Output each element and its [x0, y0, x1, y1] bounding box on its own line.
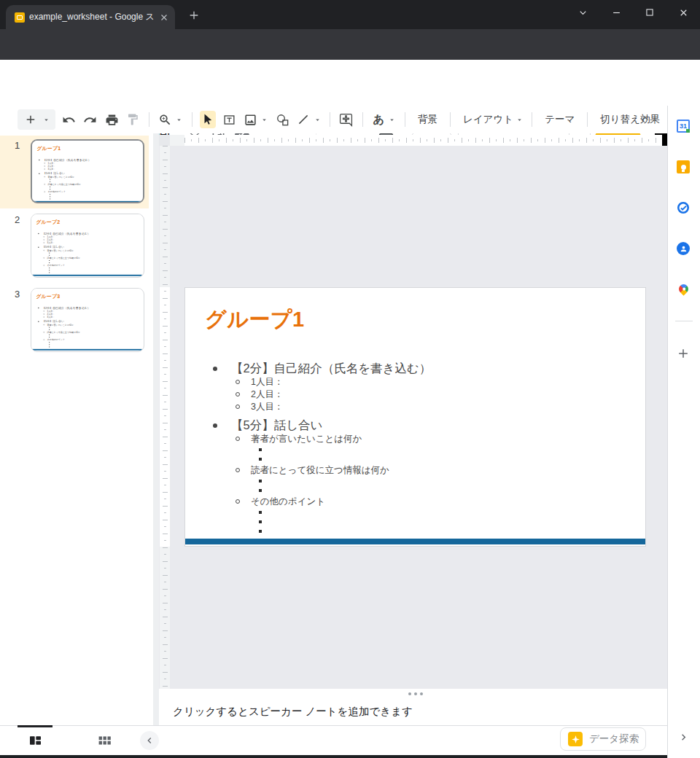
- collapse-filmstrip-chevron[interactable]: [140, 731, 159, 750]
- speaker-notes-placeholder[interactable]: クリックするとスピーカー ノートを追加できます: [173, 705, 413, 719]
- divider: [149, 112, 149, 127]
- theme-accent-bar: [31, 349, 142, 351]
- bullet-item: 読者にとって役に立つ情報は何か: [185, 464, 639, 477]
- bullet-item: 2人目：: [185, 388, 639, 401]
- slide-body-textbox[interactable]: 【2分】自己紹介（氏名を書き込む）1人目：2人目：3人目：【5分】話し合い著者が…: [31, 305, 141, 348]
- keep-icon[interactable]: [677, 160, 690, 173]
- chevron-down-icon[interactable]: [388, 111, 397, 128]
- slide-title[interactable]: グループ2: [36, 219, 60, 226]
- speaker-notes[interactable]: クリックするとスピーカー ノートを追加できます: [164, 698, 667, 725]
- filmstrip-slide-2[interactable]: 2 グループ2 【2分】自己紹介（氏名を書き込む）1人目：2人目：3人目：【5分…: [0, 210, 149, 283]
- explore-label: データ探索: [589, 732, 639, 746]
- window-minimize-button[interactable]: [608, 4, 624, 20]
- undo-button[interactable]: [61, 111, 77, 128]
- slide-body-textbox[interactable]: 【2分】自己紹介（氏名を書き込む）1人目：2人目：3人目：【5分】話し合い著者が…: [185, 356, 639, 536]
- notes-resize-handle[interactable]: [164, 689, 667, 698]
- tasks-icon[interactable]: [677, 201, 690, 214]
- insert-line-button[interactable]: [296, 111, 311, 128]
- filmstrip-slide-1[interactable]: 1 グループ1 【2分】自己紹介（氏名を書き込む）1人目：2人目：3人目：【5分…: [0, 136, 149, 208]
- background-button[interactable]: 背景: [411, 113, 445, 126]
- slide-title[interactable]: グループ1: [205, 305, 305, 335]
- slide-thumbnail[interactable]: グループ2 【2分】自己紹介（氏名を書き込む）1人目：2人目：3人目：【5分】話…: [31, 214, 144, 278]
- bullet-item: [185, 508, 639, 517]
- insert-image-button[interactable]: [243, 111, 258, 128]
- bullet-item: [32, 198, 141, 200]
- vertical-ruler: [160, 146, 170, 689]
- paint-format-button[interactable]: [125, 111, 141, 128]
- layout-button[interactable]: レイアウト: [456, 113, 521, 126]
- new-tab-button[interactable]: [188, 9, 200, 21]
- grid-view-button[interactable]: [98, 735, 112, 746]
- theme-button[interactable]: テーマ: [537, 113, 582, 126]
- theme-accent-bar: [32, 201, 143, 203]
- expand-side-panel-chevron[interactable]: [677, 731, 690, 743]
- chevron-down-icon[interactable]: [515, 111, 524, 128]
- transition-button[interactable]: 切り替え効果: [593, 113, 667, 126]
- theme-accent-bar: [185, 539, 645, 544]
- filmstrip-slide-3[interactable]: 3 グループ3 【2分】自己紹介（氏名を書き込む）1人目：2人目：3人目：【5分…: [0, 284, 149, 357]
- divider: [330, 112, 330, 127]
- add-addon-button[interactable]: [676, 346, 691, 361]
- bullet-item: [185, 517, 639, 527]
- slide-filmstrip: 1 グループ1 【2分】自己紹介（氏名を書き込む）1人目：2人目：3人目：【5分…: [0, 133, 153, 725]
- chevron-down-icon[interactable]: [41, 111, 51, 128]
- slides-favicon-icon: [15, 12, 25, 23]
- zoom-button[interactable]: [158, 111, 173, 128]
- bullet-item: 3人目：: [32, 168, 141, 171]
- new-slide-button[interactable]: [18, 109, 55, 130]
- window-maximize-button[interactable]: [642, 4, 658, 20]
- redo-button[interactable]: [82, 111, 98, 128]
- bullet-item: [185, 477, 639, 486]
- text-box-button[interactable]: [222, 111, 237, 128]
- thumbnail-slide-content: グループ2 【2分】自己紹介（氏名を書き込む）1人目：2人目：3人目：【5分】話…: [31, 214, 142, 276]
- tab-close-icon[interactable]: [159, 12, 169, 23]
- slide-title[interactable]: グループ1: [36, 145, 61, 152]
- slide-body-textbox[interactable]: 【2分】自己紹介（氏名を書き込む）1人目：2人目：3人目：【5分】話し合い著者が…: [31, 231, 141, 274]
- google-slides-window: example_worksheet - Google スラ: [0, 0, 700, 758]
- slide-thumbnail[interactable]: グループ3 【2分】自己紹介（氏名を書き込む）1人目：2人目：3人目：【5分】話…: [31, 288, 144, 352]
- filmstrip-view-button[interactable]: [28, 733, 43, 748]
- add-comment-button[interactable]: [338, 111, 354, 128]
- theme-accent-bar: [31, 275, 142, 276]
- slide-canvas-area[interactable]: グループ1 【2分】自己紹介（氏名を書き込む）1人目：2人目：3人目：【5分】話…: [159, 146, 667, 689]
- explore-button[interactable]: データ探索: [560, 727, 646, 751]
- browser-tab[interactable]: example_worksheet - Google スラ: [6, 5, 175, 29]
- bullet-item: 1人目：: [185, 376, 639, 388]
- divider: [405, 112, 405, 127]
- bullet-item: 【5分】話し合い: [185, 418, 639, 433]
- browser-titlebar: example_worksheet - Google スラ: [0, 0, 700, 29]
- print-button[interactable]: [104, 111, 120, 128]
- bullet-item: [31, 346, 141, 348]
- divider: [532, 112, 532, 127]
- bullet-item: [31, 272, 141, 274]
- insert-shape-button[interactable]: [275, 111, 290, 128]
- hide-menus-chevron[interactable]: [639, 112, 651, 125]
- thumbnail-slide-content: グループ3 【2分】自己紹介（氏名を書き込む）1人目：2人目：3人目：【5分】話…: [31, 289, 142, 351]
- window-bottom-edge: [0, 755, 700, 758]
- contacts-icon[interactable]: [677, 242, 690, 255]
- select-tool-button[interactable]: [200, 111, 215, 128]
- browser-toolbar: docs.google.com/presentation/d/ シークレット (…: [0, 29, 700, 60]
- slides-app-header: example_worksheet ファイル 編集 表示 挿入 表示形式 スライ…: [0, 60, 700, 106]
- chevron-down-icon[interactable]: [174, 111, 183, 128]
- window-close-button[interactable]: [675, 4, 691, 20]
- slide-page[interactable]: グループ1 【2分】自己紹介（氏名を書き込む）1人目：2人目：3人目：【5分】話…: [184, 287, 646, 547]
- chevron-down-icon[interactable]: [313, 111, 322, 128]
- horizontal-ruler: [170, 135, 662, 146]
- slide-number: 3: [15, 289, 20, 300]
- maps-icon[interactable]: [677, 283, 690, 296]
- thumbnail-slide-content: グループ1 【2分】自己紹介（氏名を書き込む）1人目：2人目：3人目：【5分】話…: [32, 141, 143, 203]
- bullet-item: 3人目：: [185, 401, 639, 413]
- slide-thumbnail[interactable]: グループ1 【2分】自己紹介（氏名を書き込む）1人目：2人目：3人目：【5分】話…: [31, 139, 144, 203]
- calendar-icon[interactable]: 31: [677, 120, 690, 133]
- input-tools-button[interactable]: あ: [370, 111, 386, 128]
- slide-body-textbox[interactable]: 【2分】自己紹介（氏名を書き込む）1人目：2人目：3人目：【5分】話し合い著者が…: [32, 157, 141, 200]
- filmstrip-scrollbar[interactable]: [153, 133, 159, 725]
- bullet-item: [185, 445, 639, 455]
- bullet-item: [185, 486, 639, 496]
- slide-number: 1: [15, 140, 20, 151]
- edit-toolbar: あ 背景 レイアウト テーマ 切り替え効果: [0, 106, 667, 133]
- chevron-down-icon[interactable]: [260, 111, 268, 128]
- window-menu-chevron-icon[interactable]: [575, 4, 591, 20]
- slide-title[interactable]: グループ3: [36, 293, 60, 300]
